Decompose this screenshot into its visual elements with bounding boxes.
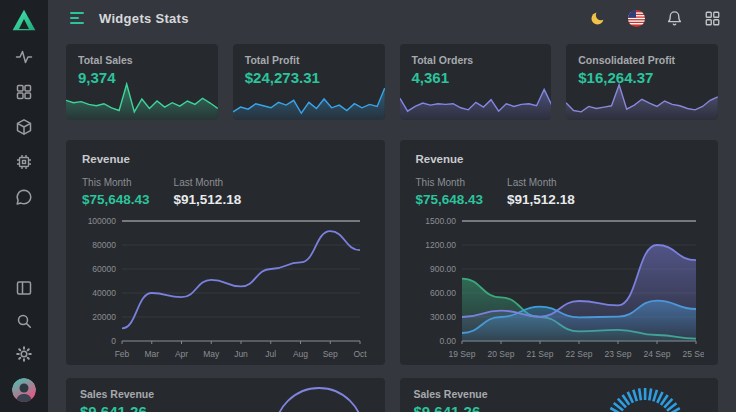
card-title: Revenue (82, 153, 369, 165)
this-month-label: This Month (82, 177, 150, 188)
svg-text:60000: 60000 (92, 264, 116, 274)
sparkline-chart (233, 82, 385, 120)
last-month-label: Last Month (507, 177, 575, 188)
svg-text:Jun: Jun (234, 349, 248, 359)
stat-card-total-orders: Total Orders 4,361 (400, 44, 552, 120)
svg-text:80000: 80000 (92, 240, 116, 250)
svg-text:24 Sep: 24 Sep (643, 349, 670, 359)
app-logo[interactable] (0, 0, 48, 40)
user-avatar[interactable] (12, 378, 36, 402)
sidebar-item-activity[interactable] (15, 48, 33, 66)
sales-revenue-card-ticks: Sales Revenue $9,641.26 (400, 378, 719, 412)
sidebar-item-layout[interactable] (15, 279, 33, 297)
page-title: Widgets Stats (99, 11, 189, 26)
card-title: Revenue (416, 153, 703, 165)
arc-gauge-icon (257, 382, 367, 412)
sparkline-chart (400, 82, 552, 120)
us-flag-icon (628, 10, 645, 27)
sidebar-item-messages[interactable] (15, 188, 33, 206)
sidebar (0, 0, 48, 412)
stat-label: Consolidated Profit (578, 54, 706, 66)
svg-text:600.00: 600.00 (430, 288, 456, 298)
svg-text:900.00: 900.00 (430, 264, 456, 274)
revenue-charts-row: Revenue This Month $75,648.43 Last Month… (66, 140, 718, 365)
svg-text:1500.00: 1500.00 (425, 216, 456, 226)
svg-text:0: 0 (111, 336, 116, 346)
last-month-value: $91,512.18 (174, 192, 242, 207)
dashboard-page: Widgets Stats (0, 0, 736, 412)
language-selector[interactable] (627, 9, 645, 27)
header-actions (589, 9, 721, 27)
svg-text:0.00: 0.00 (439, 336, 456, 346)
svg-text:Mar: Mar (144, 349, 159, 359)
svg-text:Oct: Oct (353, 349, 367, 359)
revenue-area-card: Revenue This Month $75,648.43 Last Month… (400, 140, 719, 365)
top-header: Widgets Stats (48, 0, 736, 36)
revenue-stats: This Month $75,648.43 Last Month $91,512… (82, 177, 369, 207)
last-month-label: Last Month (174, 177, 242, 188)
svg-text:20 Sep: 20 Sep (487, 349, 514, 359)
stat-cards-row: Total Sales 9,374 Total Profit $24,273.3… (66, 44, 718, 120)
notifications-button[interactable] (665, 9, 683, 27)
svg-text:40000: 40000 (92, 288, 116, 298)
revenue-area-chart-svg: 0.00300.00600.00900.001200.001500.0019 S… (416, 213, 704, 361)
svg-text:19 Sep: 19 Sep (448, 349, 475, 359)
this-month-value: $75,648.43 (82, 192, 150, 207)
apps-menu-button[interactable] (703, 9, 721, 27)
svg-text:22 Sep: 22 Sep (565, 349, 592, 359)
svg-text:1200.00: 1200.00 (425, 240, 456, 250)
sales-revenue-row: Sales Revenue $9,641.26 Sales Revenue $9… (66, 378, 718, 412)
last-month-value: $91,512.18 (507, 192, 575, 207)
svg-text:Jul: Jul (265, 349, 276, 359)
menu-toggle-button[interactable] (68, 10, 86, 26)
revenue-line-chart-svg: 020000400006000080000100000FebMarAprMayJ… (82, 213, 368, 361)
moon-icon (590, 10, 606, 26)
line-chart: 020000400006000080000100000FebMarAprMayJ… (82, 213, 369, 361)
svg-text:20000: 20000 (92, 312, 116, 322)
sales-revenue-card-gauge: Sales Revenue $9,641.26 (66, 378, 385, 412)
gear-icon (15, 345, 33, 363)
stat-label: Total Sales (78, 54, 206, 66)
avatar-image (12, 378, 36, 402)
svg-text:Aug: Aug (293, 349, 308, 359)
sidebar-item-dashboard[interactable] (15, 83, 33, 101)
logo-triangle-icon (11, 8, 37, 32)
activity-icon (15, 48, 33, 66)
stat-card-consolidated-profit: Consolidated Profit $16,264.37 (566, 44, 718, 120)
svg-text:100000: 100000 (88, 216, 117, 226)
cpu-chip-icon (15, 153, 33, 171)
tick-gauge-icon (590, 382, 700, 412)
layout-panel-icon (15, 279, 33, 297)
sidebar-item-settings[interactable] (15, 345, 33, 363)
stat-label: Total Profit (245, 54, 373, 66)
content: Total Sales 9,374 Total Profit $24,273.3… (48, 36, 736, 412)
revenue-stats: This Month $75,648.43 Last Month $91,512… (416, 177, 703, 207)
svg-text:300.00: 300.00 (430, 312, 456, 322)
area-chart: 0.00300.00600.00900.001200.001500.0019 S… (416, 213, 703, 361)
sidebar-bottom (12, 279, 36, 412)
svg-text:25 Sep: 25 Sep (682, 349, 703, 359)
main-area: Widgets Stats (48, 0, 736, 412)
sidebar-item-products[interactable] (15, 118, 33, 136)
svg-text:Apr: Apr (175, 349, 188, 359)
stat-card-total-sales: Total Sales 9,374 (66, 44, 218, 120)
svg-text:23 Sep: 23 Sep (604, 349, 631, 359)
chat-bubble-icon (15, 188, 33, 206)
revenue-line-card: Revenue This Month $75,648.43 Last Month… (66, 140, 385, 365)
bell-icon (666, 10, 683, 27)
svg-text:21 Sep: 21 Sep (526, 349, 553, 359)
svg-text:Sep: Sep (323, 349, 338, 359)
sidebar-item-search[interactable] (15, 312, 33, 330)
this-month-value: $75,648.43 (416, 192, 484, 207)
sidebar-item-components[interactable] (15, 153, 33, 171)
svg-text:May: May (203, 349, 220, 359)
apps-grid-icon (705, 11, 720, 26)
stat-label: Total Orders (412, 54, 540, 66)
stat-card-total-profit: Total Profit $24,273.31 (233, 44, 385, 120)
theme-toggle-button[interactable] (589, 9, 607, 27)
svg-text:Feb: Feb (115, 349, 130, 359)
dashboard-grid-icon (15, 83, 33, 101)
package-box-icon (15, 118, 33, 136)
sparkline-chart (66, 82, 218, 120)
this-month-label: This Month (416, 177, 484, 188)
